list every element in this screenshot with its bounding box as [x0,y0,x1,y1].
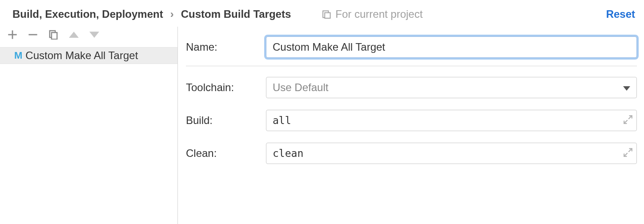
targets-sidebar: M Custom Make All Target [0,27,178,224]
name-input[interactable] [266,36,637,58]
clean-input[interactable] [266,143,637,164]
build-label: Build: [186,114,266,127]
project-scope-label: For current project [335,8,423,20]
sidebar-toolbar [0,27,177,44]
targets-list: M Custom Make All Target [0,44,177,224]
make-target-icon: M [14,50,22,61]
project-scope-icon [322,9,332,19]
remove-icon[interactable] [27,28,39,41]
copy-icon[interactable] [47,28,60,41]
list-item[interactable]: M Custom Make All Target [0,47,177,64]
svg-rect-1 [325,13,330,18]
move-down-icon [88,28,101,41]
breadcrumb-page: Custom Build Targets [181,8,291,20]
add-icon[interactable] [6,28,19,41]
svg-marker-9 [623,86,630,91]
expand-icon[interactable] [624,114,632,127]
name-label: Name: [186,41,266,53]
svg-rect-4 [28,34,37,36]
toolchain-label: Toolchain: [186,81,266,94]
move-up-icon [68,28,80,41]
chevron-down-icon [623,81,630,94]
reset-button[interactable]: Reset [606,8,635,20]
project-scope-indicator: For current project [322,8,423,20]
build-input[interactable] [266,110,637,131]
breadcrumb-root[interactable]: Build, Execution, Deployment [12,8,163,20]
target-form: Name: Toolchain: Use Default Build: [178,27,644,224]
svg-rect-6 [52,32,57,39]
breadcrumb-separator-icon: › [170,8,174,20]
svg-marker-7 [69,32,79,38]
svg-marker-8 [89,32,99,38]
svg-rect-3 [8,34,16,36]
clean-label: Clean: [186,147,266,160]
expand-icon[interactable] [624,147,632,160]
toolchain-value: Use Default [273,81,328,94]
breadcrumb-header: Build, Execution, Deployment › Custom Bu… [0,0,644,27]
list-item-label: Custom Make All Target [25,49,138,62]
form-divider [186,66,637,66]
toolchain-select[interactable]: Use Default [266,77,637,98]
